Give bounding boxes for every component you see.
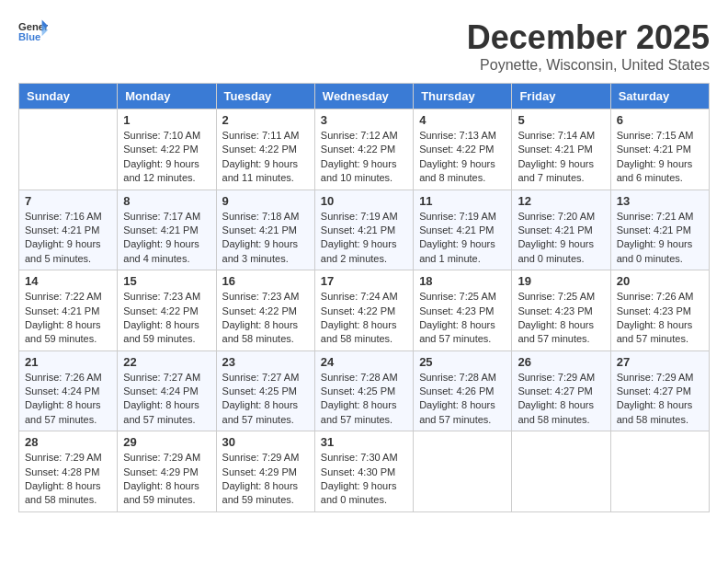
cell-text: Sunset: 4:27 PM xyxy=(617,385,703,398)
cell-text: Daylight: 8 hours xyxy=(222,479,309,493)
cell-text: Sunrise: 7:16 AM xyxy=(25,210,111,224)
cell-text: and 11 minutes. xyxy=(222,171,309,185)
cell-text: Sunrise: 7:26 AM xyxy=(617,290,703,304)
calendar-cell: 25Sunrise: 7:28 AMSunset: 4:26 PMDayligh… xyxy=(414,350,512,431)
day-number: 11 xyxy=(419,194,506,208)
cell-text: Sunrise: 7:25 AM xyxy=(419,290,506,304)
cell-text: Sunset: 4:23 PM xyxy=(617,304,703,318)
calendar-cell: 14Sunrise: 7:22 AMSunset: 4:21 PMDayligh… xyxy=(19,270,118,351)
cell-text: Daylight: 8 hours xyxy=(222,318,309,332)
cell-text: Daylight: 9 hours xyxy=(123,237,210,251)
cell-text: Sunrise: 7:15 AM xyxy=(617,129,703,143)
cell-text: and 57 minutes. xyxy=(518,332,604,346)
cell-text: Sunset: 4:22 PM xyxy=(222,304,309,318)
calendar-cell: 30Sunrise: 7:29 AMSunset: 4:29 PMDayligh… xyxy=(216,431,314,512)
cell-text: Sunset: 4:23 PM xyxy=(419,304,506,318)
cell-text: Sunrise: 7:19 AM xyxy=(321,210,407,224)
cell-text: Daylight: 8 hours xyxy=(25,398,111,412)
cell-text: Sunset: 4:22 PM xyxy=(321,143,407,156)
day-of-week-header: Sunday xyxy=(19,84,118,109)
cell-text: and 58 minutes. xyxy=(25,493,111,507)
cell-text: and 57 minutes. xyxy=(123,413,210,427)
cell-text: and 59 minutes. xyxy=(123,493,210,507)
day-number: 28 xyxy=(25,435,111,449)
calendar-cell: 15Sunrise: 7:23 AMSunset: 4:22 PMDayligh… xyxy=(118,270,216,351)
day-number: 7 xyxy=(25,194,111,208)
cell-text: Sunrise: 7:23 AM xyxy=(123,290,210,304)
day-of-week-header: Monday xyxy=(118,84,216,109)
cell-text: Sunset: 4:21 PM xyxy=(25,224,111,237)
cell-text: and 3 minutes. xyxy=(222,252,309,266)
day-number: 23 xyxy=(222,355,309,369)
cell-text: Sunrise: 7:17 AM xyxy=(123,210,210,224)
logo-icon: General Blue xyxy=(18,18,48,44)
cell-text: and 59 minutes. xyxy=(222,493,309,507)
cell-text: Daylight: 9 hours xyxy=(617,157,703,171)
title-area: December 2025 Poynette, Wisconsin, Unite… xyxy=(467,18,710,74)
day-number: 21 xyxy=(25,355,111,369)
day-number: 9 xyxy=(222,194,309,208)
cell-text: and 57 minutes. xyxy=(419,413,506,427)
cell-text: Sunrise: 7:24 AM xyxy=(321,290,407,304)
cell-text: Daylight: 8 hours xyxy=(518,318,604,332)
cell-text: Sunset: 4:24 PM xyxy=(25,385,111,398)
cell-text: Sunrise: 7:29 AM xyxy=(25,451,111,465)
cell-text: Daylight: 9 hours xyxy=(321,157,407,171)
cell-text: and 10 minutes. xyxy=(321,171,407,185)
cell-text: and 57 minutes. xyxy=(25,413,111,427)
day-of-week-header: Tuesday xyxy=(216,84,314,109)
calendar-header-row: SundayMondayTuesdayWednesdayThursdayFrid… xyxy=(19,84,710,109)
calendar-cell: 9Sunrise: 7:18 AMSunset: 4:21 PMDaylight… xyxy=(216,190,314,270)
day-number: 22 xyxy=(123,355,210,369)
cell-text: Sunset: 4:22 PM xyxy=(123,143,210,156)
calendar-cell: 4Sunrise: 7:13 AMSunset: 4:22 PMDaylight… xyxy=(414,109,512,190)
cell-text: Sunrise: 7:29 AM xyxy=(222,451,309,465)
cell-text: Sunrise: 7:19 AM xyxy=(419,210,506,224)
cell-text: Daylight: 9 hours xyxy=(222,237,309,251)
calendar-cell xyxy=(512,431,610,512)
cell-text: Sunset: 4:21 PM xyxy=(419,224,506,237)
cell-text: Daylight: 9 hours xyxy=(518,237,604,251)
day-number: 31 xyxy=(321,435,407,449)
calendar-cell: 3Sunrise: 7:12 AMSunset: 4:22 PMDaylight… xyxy=(314,109,413,190)
calendar-cell: 27Sunrise: 7:29 AMSunset: 4:27 PMDayligh… xyxy=(610,350,709,431)
cell-text: Daylight: 8 hours xyxy=(123,318,210,332)
day-number: 15 xyxy=(123,274,210,288)
cell-text: and 5 minutes. xyxy=(25,252,111,266)
calendar-week-row: 21Sunrise: 7:26 AMSunset: 4:24 PMDayligh… xyxy=(19,350,710,431)
cell-text: and 57 minutes. xyxy=(419,332,506,346)
cell-text: Sunset: 4:24 PM xyxy=(123,385,210,398)
cell-text: Daylight: 8 hours xyxy=(617,318,703,332)
calendar-week-row: 28Sunrise: 7:29 AMSunset: 4:28 PMDayligh… xyxy=(19,431,710,512)
day-number: 5 xyxy=(518,113,604,127)
cell-text: and 0 minutes. xyxy=(518,252,604,266)
cell-text: and 7 minutes. xyxy=(518,171,604,185)
calendar-table: SundayMondayTuesdayWednesdayThursdayFrid… xyxy=(18,83,710,512)
cell-text: Sunset: 4:26 PM xyxy=(419,385,506,398)
cell-text: Daylight: 9 hours xyxy=(617,237,703,251)
day-number: 10 xyxy=(321,194,407,208)
cell-text: Sunset: 4:29 PM xyxy=(123,465,210,479)
cell-text: and 8 minutes. xyxy=(419,171,506,185)
calendar-cell: 10Sunrise: 7:19 AMSunset: 4:21 PMDayligh… xyxy=(314,190,413,270)
calendar-cell: 6Sunrise: 7:15 AMSunset: 4:21 PMDaylight… xyxy=(610,109,709,190)
cell-text: Sunset: 4:21 PM xyxy=(617,143,703,156)
day-number: 14 xyxy=(25,274,111,288)
cell-text: Sunset: 4:21 PM xyxy=(25,304,111,318)
calendar-cell: 1Sunrise: 7:10 AMSunset: 4:22 PMDaylight… xyxy=(118,109,216,190)
cell-text: Daylight: 9 hours xyxy=(518,157,604,171)
calendar-cell: 2Sunrise: 7:11 AMSunset: 4:22 PMDaylight… xyxy=(216,109,314,190)
cell-text: Daylight: 8 hours xyxy=(222,398,309,412)
calendar-cell xyxy=(610,431,709,512)
logo: General Blue xyxy=(18,18,48,44)
day-number: 24 xyxy=(321,355,407,369)
cell-text: Daylight: 8 hours xyxy=(123,479,210,493)
cell-text: Daylight: 9 hours xyxy=(25,237,111,251)
cell-text: Sunset: 4:22 PM xyxy=(419,143,506,156)
day-number: 12 xyxy=(518,194,604,208)
calendar-cell: 17Sunrise: 7:24 AMSunset: 4:22 PMDayligh… xyxy=(314,270,413,351)
cell-text: Daylight: 9 hours xyxy=(222,157,309,171)
cell-text: Daylight: 8 hours xyxy=(419,318,506,332)
calendar-cell: 28Sunrise: 7:29 AMSunset: 4:28 PMDayligh… xyxy=(19,431,118,512)
day-number: 13 xyxy=(617,194,703,208)
